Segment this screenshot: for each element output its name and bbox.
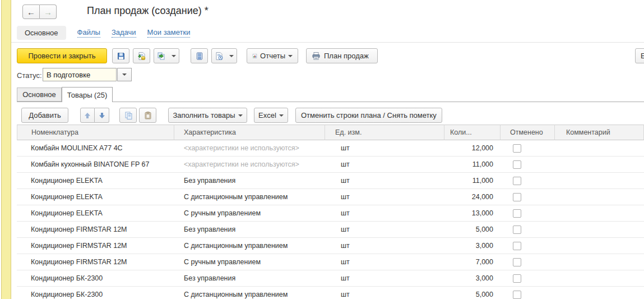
cell-qty[interactable]: 13,000 (444, 205, 501, 222)
cell-unit[interactable]: шт (325, 173, 444, 189)
tab-main[interactable]: Основное (17, 88, 62, 102)
cancelled-checkbox[interactable] (513, 193, 521, 201)
status-dropdown-button[interactable] (117, 68, 132, 81)
cell-nomenclature[interactable]: Кондиционер FIRMSTAR 12M (17, 254, 174, 270)
cell-qty[interactable]: 11,000 (444, 173, 501, 189)
column-header-cancelled[interactable]: Отменено (501, 125, 555, 140)
table-row[interactable]: Кондиционер ELEKTAС ручным управлениемшт… (17, 205, 644, 222)
navtab-files[interactable]: Файлы (77, 28, 100, 38)
navtab-main[interactable]: Основное (17, 26, 66, 40)
cancelled-checkbox[interactable] (513, 274, 521, 283)
cell-unit[interactable]: шт (325, 287, 444, 299)
cell-comment[interactable] (555, 157, 644, 173)
table-row[interactable]: Кондиционер ELEKTAБез управленияшт11,000 (17, 173, 644, 189)
cell-nomenclature[interactable]: Кондиционер ELEKTA (17, 173, 174, 189)
cell-characteristic[interactable]: Без управления (174, 270, 325, 287)
tab-goods[interactable]: Товары (25) (62, 87, 113, 102)
save-button[interactable] (112, 48, 129, 63)
cell-characteristic[interactable]: С дистанционным управлением (174, 287, 325, 299)
cell-qty[interactable]: 5,000 (444, 287, 501, 299)
cancel-plan-lines-button[interactable]: Отменить строки плана / Снять пометку (295, 108, 442, 123)
cell-characteristic[interactable]: С дистанционным управлением (174, 238, 325, 254)
cell-cancelled[interactable] (501, 238, 555, 254)
cancelled-checkbox[interactable] (513, 291, 521, 299)
cell-nomenclature[interactable]: Комбайн кухонный BINATONE FP 67 (17, 157, 174, 173)
cell-qty[interactable]: 7,000 (444, 254, 501, 270)
add-row-button[interactable]: Добавить (21, 108, 68, 123)
cancelled-checkbox[interactable] (513, 226, 521, 234)
cell-unit[interactable]: шт (325, 189, 444, 205)
status-input[interactable]: В подготовке (43, 68, 117, 81)
copy-rows-button[interactable] (119, 108, 137, 123)
forward-button[interactable]: → (40, 4, 57, 19)
post-document-button[interactable] (133, 48, 150, 63)
cell-characteristic[interactable]: Без управления (174, 222, 325, 238)
cancelled-checkbox[interactable] (513, 144, 521, 153)
column-header-qty[interactable]: Коли... (444, 125, 501, 140)
cell-nomenclature[interactable]: Кондиционер БК-2300 (17, 270, 174, 287)
schedule-button[interactable] (211, 48, 237, 63)
move-down-button[interactable] (95, 108, 109, 123)
cell-unit[interactable]: шт (325, 238, 444, 254)
cell-comment[interactable] (555, 205, 644, 222)
create-based-on-button[interactable] (154, 48, 179, 63)
cell-nomenclature[interactable]: Кондиционер FIRMSTAR 12M (17, 222, 174, 238)
table-row[interactable]: Кондиционер FIRMSTAR 12MБез управленияшт… (17, 222, 644, 238)
cell-comment[interactable] (555, 189, 644, 205)
cell-nomenclature[interactable]: Кондиционер ELEKTA (17, 189, 174, 205)
column-header-characteristic[interactable]: Характеристика (174, 125, 325, 140)
column-header-unit[interactable]: Ед. изм. (325, 125, 444, 140)
cell-nomenclature[interactable]: Комбайн MOULINEX A77 4C (17, 140, 174, 157)
cell-unit[interactable]: шт (325, 157, 444, 173)
back-button[interactable]: ← (22, 4, 40, 19)
cell-cancelled[interactable] (501, 189, 555, 205)
cell-cancelled[interactable] (501, 157, 555, 173)
cell-characteristic[interactable]: <характеристики не используются> (174, 140, 325, 157)
navtab-tasks[interactable]: Задачи (112, 28, 136, 38)
cell-qty[interactable]: 24,000 (444, 189, 501, 205)
cell-nomenclature[interactable]: Кондиционер БК-2300 (17, 287, 174, 299)
cell-characteristic[interactable]: С дистанционным управлением (174, 189, 325, 205)
print-plan-button[interactable]: План продаж (306, 48, 378, 63)
cell-nomenclature[interactable]: Кондиционер FIRMSTAR 12M (17, 238, 174, 254)
cell-cancelled[interactable] (501, 222, 555, 238)
fill-goods-button[interactable]: Заполнить товары (168, 108, 247, 123)
table-row[interactable]: Кондиционер ELEKTAС дистанционным управл… (17, 189, 644, 205)
cell-comment[interactable] (555, 222, 644, 238)
cell-nomenclature[interactable]: Кондиционер ELEKTA (17, 205, 174, 222)
cell-unit[interactable]: шт (325, 222, 444, 238)
cell-cancelled[interactable] (501, 270, 555, 287)
cell-characteristic[interactable]: С ручным управлением (174, 254, 325, 270)
cell-qty[interactable]: 3,000 (444, 238, 501, 254)
cell-cancelled[interactable] (501, 205, 555, 222)
navtab-notes[interactable]: Мои заметки (147, 28, 191, 38)
excel-button[interactable]: Excel (254, 108, 288, 123)
cell-comment[interactable] (555, 287, 644, 299)
cell-characteristic[interactable]: Без управления (174, 173, 325, 189)
cell-cancelled[interactable] (501, 173, 555, 189)
cell-unit[interactable]: шт (325, 140, 444, 157)
more-button[interactable]: Еще (635, 48, 644, 63)
reports-button[interactable]: Отчеты (247, 48, 298, 63)
table-row[interactable]: Кондиционер БК-2300Без управленияшт3,000 (17, 270, 644, 287)
cell-comment[interactable] (555, 173, 644, 189)
cell-qty[interactable]: 5,000 (444, 222, 501, 238)
cancelled-checkbox[interactable] (513, 209, 521, 218)
table-row[interactable]: Комбайн MOULINEX A77 4C<характеристики н… (17, 140, 644, 157)
cell-unit[interactable]: шт (325, 254, 444, 270)
cell-unit[interactable]: шт (325, 205, 444, 222)
cell-cancelled[interactable] (501, 254, 555, 270)
table-row[interactable]: Кондиционер БК-2300С дистанционным управ… (17, 287, 644, 299)
cell-unit[interactable]: шт (325, 270, 444, 287)
cell-characteristic[interactable]: С ручным управлением (174, 205, 325, 222)
cell-comment[interactable] (555, 254, 644, 270)
cancelled-checkbox[interactable] (513, 242, 521, 250)
cell-cancelled[interactable] (501, 140, 555, 157)
cell-qty[interactable]: 3,000 (444, 270, 501, 287)
paste-rows-button[interactable] (139, 108, 156, 123)
cell-comment[interactable] (555, 270, 644, 287)
cell-qty[interactable]: 12,000 (444, 140, 501, 157)
move-up-button[interactable] (80, 108, 95, 123)
cancelled-checkbox[interactable] (513, 177, 521, 185)
table-row[interactable]: Комбайн кухонный BINATONE FP 67<характер… (17, 157, 644, 173)
